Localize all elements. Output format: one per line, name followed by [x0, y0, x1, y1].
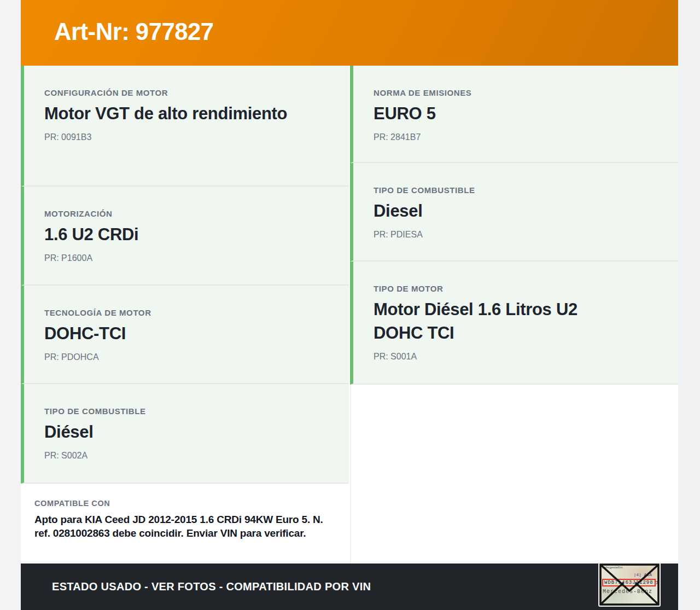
- product-spec-page: Art-Nr: 977827 CONFIGURACIÓN DE MOTOR Mo…: [0, 0, 700, 610]
- compatibility-card: COMPATIBLE CON Apto para KIA Ceed JD 201…: [21, 484, 349, 563]
- spec-label: TECNOLOGÍA DE MOTOR: [44, 308, 334, 317]
- spec-value: Diésel: [44, 421, 301, 444]
- spec-label: MOTORIZACIÓN: [44, 209, 334, 218]
- spec-value: 1.6 U2 CRDi: [44, 223, 301, 247]
- spec-card-fuel-type-right: TIPO DE COMBUSTIBLE Diesel PR: PDIESA: [350, 163, 678, 262]
- spec-pr-code: PR: 0091B3: [44, 132, 334, 142]
- spec-value: Motor VGT de alto rendimiento: [44, 102, 301, 126]
- spec-label: NORMA DE EMISIONES: [374, 88, 663, 97]
- spec-pr-code: PR: PDOHCA: [44, 352, 334, 362]
- spec-pr-code: PR: P1600A: [44, 253, 334, 263]
- spec-card-engine-configuration: CONFIGURACIÓN DE MOTOR Motor VGT de alto…: [21, 66, 349, 187]
- spec-column-left: CONFIGURACIÓN DE MOTOR Motor VGT de alto…: [21, 66, 349, 563]
- spec-card-fuel-type-left: TIPO DE COMBUSTIBLE Diésel PR: S002A: [21, 384, 349, 484]
- article-number-title: Art-Nr: 977827: [54, 18, 214, 46]
- spec-value: EURO 5: [374, 102, 631, 126]
- status-footer-text: ESTADO USADO - VER FOTOS - COMPATIBILIDA…: [52, 580, 371, 593]
- status-footer-bar: ESTADO USADO - VER FOTOS - COMPATIBILIDA…: [21, 563, 678, 610]
- compatibility-text: Apto para KIA Ceed JD 2012-2015 1.6 CRDi…: [34, 513, 336, 541]
- content-container: Art-Nr: 977827 CONFIGURACIÓN DE MOTOR Mo…: [21, 0, 678, 610]
- compatibility-label: COMPATIBLE CON: [34, 499, 336, 508]
- spec-card-motorization: MOTORIZACIÓN 1.6 U2 CRDi PR: P1600A: [21, 187, 349, 286]
- spec-value: Motor Diésel 1.6 Litros U2 DOHC TCI: [374, 298, 631, 345]
- spec-label: TIPO DE MOTOR: [374, 284, 663, 293]
- spec-pr-code: PR: S001A: [374, 352, 663, 362]
- empty-area: [350, 385, 678, 563]
- spec-column-right: NORMA DE EMISIONES EURO 5 PR: 2841B7 TIP…: [350, 66, 678, 563]
- spec-label: TIPO DE COMBUSTIBLE: [44, 406, 334, 416]
- vin-document-image: Fahrgestellnr. |4| AiA WDB71463J31298 7 …: [598, 562, 661, 607]
- spec-card-engine-technology: TECNOLOGÍA DE MOTOR DOHC-TCI PR: PDOHCA: [21, 286, 349, 384]
- article-header: Art-Nr: 977827: [21, 0, 678, 66]
- spec-value: DOHC-TCI: [44, 322, 301, 346]
- spec-label: CONFIGURACIÓN DE MOTOR: [44, 88, 334, 97]
- spec-pr-code: PR: PDIESA: [374, 230, 663, 240]
- spec-card-engine-type: TIPO DE MOTOR Motor Diésel 1.6 Litros U2…: [350, 262, 678, 385]
- spec-card-emission-standard: NORMA DE EMISIONES EURO 5 PR: 2841B7: [350, 66, 678, 163]
- envelope-icon: [599, 563, 660, 606]
- spec-pr-code: PR: 2841B7: [374, 132, 663, 142]
- spec-label: TIPO DE COMBUSTIBLE: [374, 185, 663, 195]
- spec-pr-code: PR: S002A: [44, 451, 334, 461]
- spec-columns: CONFIGURACIÓN DE MOTOR Motor VGT de alto…: [21, 66, 678, 563]
- spec-value: Diesel: [374, 200, 631, 223]
